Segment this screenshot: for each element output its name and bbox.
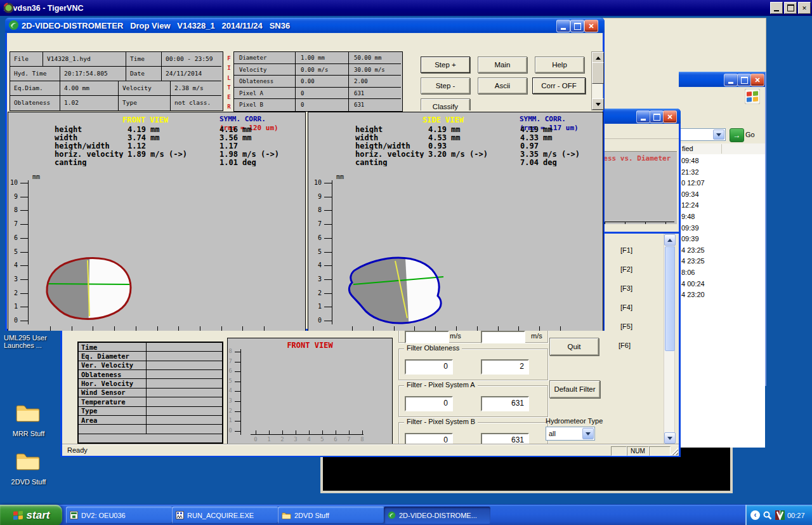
maximize-button[interactable] — [650, 110, 664, 123]
main-button[interactable]: Main — [478, 56, 527, 73]
list-item[interactable]: 0 12:07 — [679, 179, 765, 190]
velocity-max-input[interactable] — [481, 331, 525, 343]
list-item[interactable]: 4 23:20 — [679, 291, 765, 302]
table-cell: Hyd. Time — [10, 67, 60, 81]
axis-tick-label: 1 — [263, 436, 275, 442]
table-cell: Temperature — [79, 397, 147, 406]
scroll-down-button[interactable] — [592, 98, 604, 110]
list-item[interactable]: 4 23:25 — [679, 257, 765, 269]
folder-icon — [15, 402, 41, 423]
x-axis: 012345678 — [228, 338, 392, 445]
minimize-button[interactable] — [770, 2, 783, 14]
axis-tick-label: 6 — [329, 436, 342, 442]
vnc-title: 2dvdsn36 - TigerVNC — [4, 4, 84, 13]
fkey-labels: [F1][F2][F3][F4][F5] — [620, 246, 632, 342]
desktop-icon-label: MRR Stuff — [0, 430, 57, 437]
axis-tick-label: 7 — [343, 436, 355, 442]
list-item[interactable]: 4 23:25 — [679, 246, 765, 258]
start-button[interactable]: start — [0, 505, 62, 525]
minimize-button[interactable] — [636, 110, 650, 123]
chevron-down-icon[interactable] — [713, 130, 724, 140]
table-cell: 30.00 m/s — [349, 64, 401, 76]
quit-button[interactable]: Quit — [549, 338, 599, 356]
list-item[interactable]: 4 00:24 — [679, 280, 765, 291]
go-button[interactable]: → — [730, 128, 744, 142]
taskbar-task-run-acquire[interactable]: RUN_ACQUIRE.EXE — [172, 507, 278, 524]
axis-tick-label: 0 — [249, 436, 262, 442]
taskbar-task-dv2[interactable]: DV2: OEU036 — [66, 507, 173, 524]
oblateness-min-input[interactable]: 0 — [405, 359, 453, 375]
list-item[interactable]: 09:48 — [679, 157, 765, 168]
table-cell: Type — [119, 96, 171, 110]
maximize-button[interactable] — [570, 20, 584, 32]
column-separator — [721, 144, 722, 154]
default-filter-button[interactable]: Default Filter — [549, 380, 600, 398]
table-row: Hyd. Time20:17:54.805Date24/11/2014 — [10, 67, 223, 81]
list-item[interactable]: 09:34 — [679, 190, 765, 202]
task-label: 2D-VIDEO-DISTROME... — [399, 512, 477, 519]
corr-off-button[interactable]: Corr - OFF — [532, 77, 586, 94]
velocity-min-input[interactable] — [405, 331, 449, 343]
front-drop-silhouette — [8, 112, 305, 331]
table-row: Time — [79, 343, 223, 352]
tray-chevron-icon[interactable]: ‹ — [750, 510, 760, 520]
scrollbar-thumb[interactable] — [592, 62, 604, 84]
maximize-button[interactable] — [784, 2, 797, 14]
minimize-button[interactable] — [724, 74, 738, 86]
taskbar-task-distrometer[interactable]: 2D-VIDEO-DISTROME... — [384, 507, 490, 524]
scroll-down-button[interactable] — [664, 432, 676, 444]
explorer-column-header[interactable]: fied — [679, 143, 765, 155]
minimize-button[interactable] — [556, 20, 570, 32]
pixel-a-min-input[interactable]: 0 — [405, 396, 453, 411]
table-cell: Eq.Diam. — [10, 81, 60, 96]
axis-tick — [282, 430, 283, 434]
table-row — [79, 425, 223, 434]
pixel-a-max-input[interactable]: 631 — [481, 396, 529, 411]
maximize-icon — [787, 4, 794, 11]
table-cell: 00:00 - 23:59 — [162, 52, 221, 67]
list-item[interactable]: 21:32 — [679, 168, 765, 180]
oblateness-max-input[interactable]: 2 — [481, 359, 529, 375]
scroll-up-button[interactable] — [664, 234, 676, 246]
taskbar-task-2dvd-stuff[interactable]: 2DVD Stuff — [278, 507, 384, 524]
axis-tick — [362, 430, 363, 434]
vertical-scrollbar[interactable] — [664, 234, 675, 444]
help-button[interactable]: Help — [535, 56, 584, 73]
address-input[interactable] — [679, 128, 726, 141]
scrollbar-thumb[interactable] — [665, 246, 675, 351]
fkey-label: [F1] — [620, 246, 632, 265]
table-cell: 2.00 — [349, 76, 401, 88]
table-row: Oblateness — [79, 370, 223, 379]
side-drop-silhouette — [308, 112, 603, 331]
desktop-icon-label-uml295[interactable]: UML295 User Launches ... — [4, 334, 60, 349]
f6-label: [F6] — [619, 342, 631, 349]
resize-grip[interactable] — [671, 448, 678, 455]
step-minus-button[interactable]: Step - — [421, 77, 470, 94]
list-item[interactable]: 12:24 — [679, 201, 765, 213]
close-button[interactable]: ✕ — [750, 74, 764, 86]
ascii-button[interactable]: Ascii — [478, 77, 527, 94]
table-cell: Oblateness — [10, 96, 60, 110]
axis-tick — [336, 430, 336, 434]
step-plus-button[interactable]: Step + — [421, 56, 470, 73]
close-button[interactable]: ✕ — [798, 2, 811, 14]
table-cell: 2.38 m/s — [171, 81, 221, 96]
magnifier-icon[interactable] — [763, 510, 773, 521]
close-button[interactable]: ✕ — [584, 20, 598, 32]
chevron-down-icon[interactable] — [582, 428, 594, 439]
hydrometeor-type-select[interactable]: all — [546, 427, 595, 441]
axis-tick — [605, 222, 605, 224]
list-item[interactable]: 9:48 — [679, 213, 765, 224]
vertical-scrollbar[interactable] — [591, 51, 603, 110]
vnc-titlebar: 2dvdsn36 - TigerVNC ✕ — [0, 0, 812, 16]
maximize-button[interactable] — [737, 74, 751, 86]
close-button[interactable]: ✕ — [663, 110, 677, 123]
classify-button[interactable]: Classify — [421, 98, 470, 110]
status-panel — [649, 446, 671, 456]
axis-tick-label: 2 — [276, 436, 289, 442]
list-item[interactable]: 09:39 — [679, 224, 765, 236]
tigervnc-tray-icon[interactable] — [775, 510, 785, 520]
go-label[interactable]: Go — [745, 131, 755, 138]
list-item[interactable]: 09:39 — [679, 235, 765, 246]
list-item[interactable]: 8:06 — [679, 269, 765, 280]
